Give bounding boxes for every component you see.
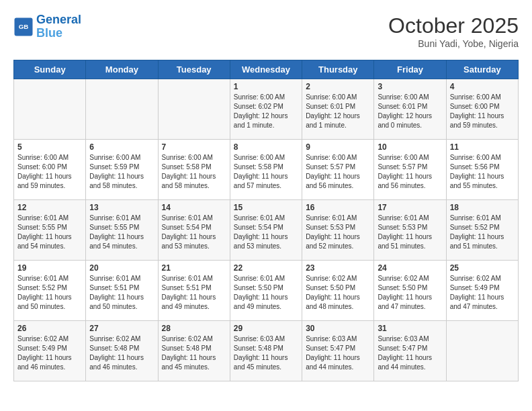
- calendar-cell: 17Sunrise: 6:01 AM Sunset: 5:53 PM Dayli…: [374, 200, 446, 261]
- day-number: 29: [234, 324, 298, 333]
- day-of-week-header: Friday: [374, 60, 446, 79]
- day-info: Sunrise: 6:01 AM Sunset: 5:53 PM Dayligh…: [306, 214, 370, 251]
- day-number: 8: [234, 142, 298, 152]
- day-info: Sunrise: 6:00 AM Sunset: 5:56 PM Dayligh…: [450, 153, 515, 191]
- day-info: Sunrise: 6:00 AM Sunset: 6:00 PM Dayligh…: [450, 93, 515, 130]
- day-info: Sunrise: 6:01 AM Sunset: 5:52 PM Dayligh…: [450, 214, 515, 251]
- day-number: 17: [378, 203, 442, 212]
- day-number: 20: [89, 263, 154, 273]
- day-number: 27: [89, 324, 154, 333]
- calendar-cell: 4Sunrise: 6:00 AM Sunset: 6:00 PM Daylig…: [446, 79, 518, 140]
- day-of-week-header: Wednesday: [230, 60, 302, 79]
- day-info: Sunrise: 6:00 AM Sunset: 6:01 PM Dayligh…: [378, 93, 442, 130]
- day-info: Sunrise: 6:00 AM Sunset: 5:57 PM Dayligh…: [378, 153, 442, 191]
- calendar-cell: 13Sunrise: 6:01 AM Sunset: 5:55 PM Dayli…: [86, 200, 158, 261]
- calendar-cell: 7Sunrise: 6:00 AM Sunset: 5:58 PM Daylig…: [158, 140, 230, 200]
- calendar-cell: 31Sunrise: 6:03 AM Sunset: 5:47 PM Dayli…: [374, 321, 446, 381]
- calendar-cell: 10Sunrise: 6:00 AM Sunset: 5:57 PM Dayli…: [374, 140, 446, 200]
- calendar-week-row: 19Sunrise: 6:01 AM Sunset: 5:52 PM Dayli…: [14, 261, 519, 321]
- calendar-cell: 22Sunrise: 6:01 AM Sunset: 5:50 PM Dayli…: [230, 261, 302, 321]
- logo-text: GeneralBlue: [36, 13, 81, 40]
- day-number: 16: [306, 203, 370, 212]
- day-info: Sunrise: 6:02 AM Sunset: 5:49 PM Dayligh…: [450, 274, 515, 312]
- day-info: Sunrise: 6:01 AM Sunset: 5:54 PM Dayligh…: [234, 214, 298, 251]
- calendar-cell: 25Sunrise: 6:02 AM Sunset: 5:49 PM Dayli…: [446, 261, 518, 321]
- day-of-week-header: Sunday: [14, 60, 86, 79]
- calendar-cell: 18Sunrise: 6:01 AM Sunset: 5:52 PM Dayli…: [446, 200, 518, 261]
- day-info: Sunrise: 6:00 AM Sunset: 5:57 PM Dayligh…: [306, 153, 370, 191]
- day-number: 23: [306, 263, 370, 273]
- calendar-cell: 21Sunrise: 6:01 AM Sunset: 5:51 PM Dayli…: [158, 261, 230, 321]
- day-info: Sunrise: 6:00 AM Sunset: 6:01 PM Dayligh…: [306, 93, 370, 130]
- day-info: Sunrise: 6:03 AM Sunset: 5:48 PM Dayligh…: [234, 334, 298, 372]
- day-info: Sunrise: 6:01 AM Sunset: 5:55 PM Dayligh…: [89, 214, 154, 251]
- day-number: 22: [234, 263, 298, 273]
- day-number: 14: [162, 203, 226, 212]
- day-number: 9: [306, 142, 370, 152]
- day-number: 30: [306, 324, 370, 333]
- day-number: 31: [378, 324, 442, 333]
- calendar-cell: 30Sunrise: 6:03 AM Sunset: 5:47 PM Dayli…: [302, 321, 374, 381]
- day-number: 4: [450, 82, 515, 91]
- day-number: 19: [17, 263, 82, 273]
- day-number: 6: [89, 142, 154, 152]
- day-info: Sunrise: 6:02 AM Sunset: 5:48 PM Dayligh…: [162, 334, 226, 372]
- day-info: Sunrise: 6:00 AM Sunset: 6:02 PM Dayligh…: [234, 93, 298, 130]
- day-info: Sunrise: 6:00 AM Sunset: 5:58 PM Dayligh…: [234, 153, 298, 191]
- day-info: Sunrise: 6:00 AM Sunset: 6:00 PM Dayligh…: [17, 153, 82, 191]
- day-number: 10: [378, 142, 442, 152]
- day-info: Sunrise: 6:00 AM Sunset: 5:59 PM Dayligh…: [89, 153, 154, 191]
- calendar-cell: 14Sunrise: 6:01 AM Sunset: 5:54 PM Dayli…: [158, 200, 230, 261]
- day-of-week-header: Saturday: [446, 60, 518, 79]
- location: Buni Yadi, Yobe, Nigeria: [388, 38, 519, 49]
- calendar-cell: 12Sunrise: 6:01 AM Sunset: 5:55 PM Dayli…: [14, 200, 86, 261]
- calendar-cell: 3Sunrise: 6:00 AM Sunset: 6:01 PM Daylig…: [374, 79, 446, 140]
- day-info: Sunrise: 6:02 AM Sunset: 5:50 PM Dayligh…: [378, 274, 442, 312]
- calendar-cell: 6Sunrise: 6:00 AM Sunset: 5:59 PM Daylig…: [86, 140, 158, 200]
- calendar-cell: 5Sunrise: 6:00 AM Sunset: 6:00 PM Daylig…: [14, 140, 86, 200]
- day-number: 3: [378, 82, 442, 91]
- day-number: 1: [234, 82, 298, 91]
- calendar-cell: [14, 79, 86, 140]
- calendar-cell: 15Sunrise: 6:01 AM Sunset: 5:54 PM Dayli…: [230, 200, 302, 261]
- calendar-cell: 9Sunrise: 6:00 AM Sunset: 5:57 PM Daylig…: [302, 140, 374, 200]
- day-info: Sunrise: 6:03 AM Sunset: 5:47 PM Dayligh…: [306, 334, 370, 372]
- calendar-cell: 24Sunrise: 6:02 AM Sunset: 5:50 PM Dayli…: [374, 261, 446, 321]
- day-info: Sunrise: 6:02 AM Sunset: 5:50 PM Dayligh…: [306, 274, 370, 312]
- day-number: 11: [450, 142, 515, 152]
- calendar-cell: 16Sunrise: 6:01 AM Sunset: 5:53 PM Dayli…: [302, 200, 374, 261]
- day-info: Sunrise: 6:01 AM Sunset: 5:54 PM Dayligh…: [162, 214, 226, 251]
- calendar-cell: [158, 79, 230, 140]
- day-info: Sunrise: 6:00 AM Sunset: 5:58 PM Dayligh…: [162, 153, 226, 191]
- calendar-week-row: 1Sunrise: 6:00 AM Sunset: 6:02 PM Daylig…: [14, 79, 519, 140]
- day-number: 2: [306, 82, 370, 91]
- day-number: 25: [450, 263, 515, 273]
- day-number: 15: [234, 203, 298, 212]
- page-header: GB GeneralBlue October 2025 Buni Yadi, Y…: [13, 13, 519, 49]
- calendar-table: SundayMondayTuesdayWednesdayThursdayFrid…: [13, 60, 519, 381]
- day-info: Sunrise: 6:01 AM Sunset: 5:51 PM Dayligh…: [89, 274, 154, 312]
- day-of-week-header: Monday: [86, 60, 158, 79]
- calendar-cell: 26Sunrise: 6:02 AM Sunset: 5:49 PM Dayli…: [14, 321, 86, 381]
- day-info: Sunrise: 6:02 AM Sunset: 5:48 PM Dayligh…: [89, 334, 154, 372]
- day-number: 18: [450, 203, 515, 212]
- month-title: October 2025: [388, 13, 519, 38]
- calendar-cell: 19Sunrise: 6:01 AM Sunset: 5:52 PM Dayli…: [14, 261, 86, 321]
- day-number: 28: [162, 324, 226, 333]
- day-number: 5: [17, 142, 82, 152]
- day-number: 21: [162, 263, 226, 273]
- day-number: 24: [378, 263, 442, 273]
- calendar-week-row: 12Sunrise: 6:01 AM Sunset: 5:55 PM Dayli…: [14, 200, 519, 261]
- calendar-week-row: 5Sunrise: 6:00 AM Sunset: 6:00 PM Daylig…: [14, 140, 519, 200]
- calendar-cell: [86, 79, 158, 140]
- day-info: Sunrise: 6:03 AM Sunset: 5:47 PM Dayligh…: [378, 334, 442, 372]
- day-info: Sunrise: 6:01 AM Sunset: 5:53 PM Dayligh…: [378, 214, 442, 251]
- day-of-week-header: Thursday: [302, 60, 374, 79]
- day-info: Sunrise: 6:02 AM Sunset: 5:49 PM Dayligh…: [17, 334, 82, 372]
- calendar-cell: 8Sunrise: 6:00 AM Sunset: 5:58 PM Daylig…: [230, 140, 302, 200]
- day-info: Sunrise: 6:01 AM Sunset: 5:55 PM Dayligh…: [17, 214, 82, 251]
- calendar-cell: [446, 321, 518, 381]
- day-info: Sunrise: 6:01 AM Sunset: 5:50 PM Dayligh…: [234, 274, 298, 312]
- calendar-cell: 1Sunrise: 6:00 AM Sunset: 6:02 PM Daylig…: [230, 79, 302, 140]
- calendar-cell: 28Sunrise: 6:02 AM Sunset: 5:48 PM Dayli…: [158, 321, 230, 381]
